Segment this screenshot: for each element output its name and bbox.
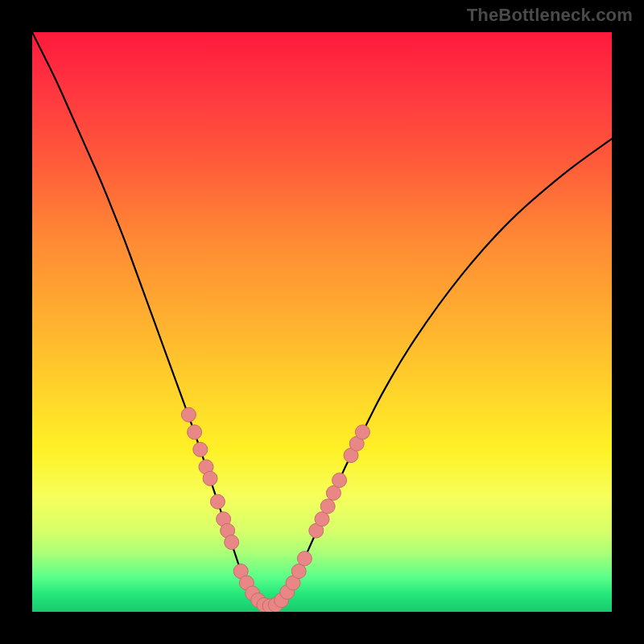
chart-frame: TheBottleneck.com [0, 0, 644, 644]
plot-area [32, 32, 612, 612]
watermark-text: TheBottleneck.com [467, 5, 633, 26]
